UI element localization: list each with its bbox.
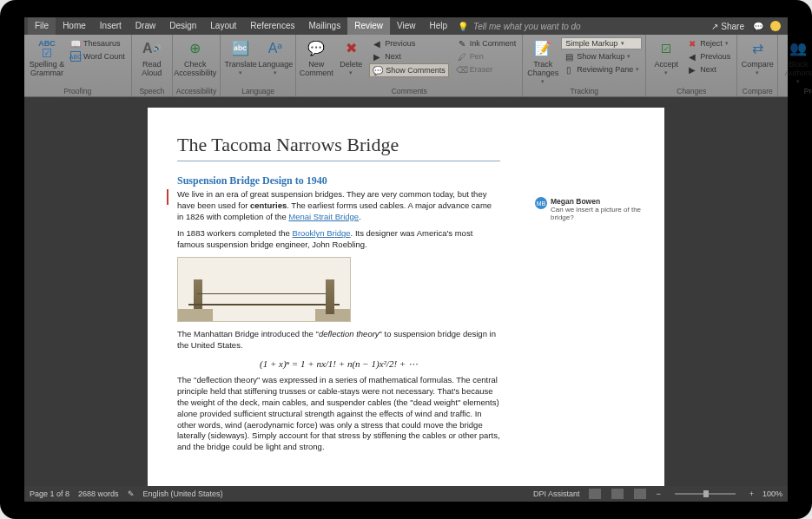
- comment-text: Can we insert a picture of the bridge?: [551, 206, 659, 221]
- zoom-slider[interactable]: [675, 493, 736, 495]
- prev-change-icon: ◀: [687, 51, 697, 62]
- tab-references[interactable]: References: [243, 17, 301, 35]
- markup-dropdown[interactable]: Simple Markup▾: [561, 37, 642, 49]
- bridge-figure: [177, 257, 351, 322]
- compare-icon: ⇄: [747, 38, 768, 59]
- track-changes-button[interactable]: 📝 Track Changes▾: [526, 36, 559, 86]
- show-comments-icon: 💬: [373, 65, 383, 76]
- ink-comment-button[interactable]: ✎Ink Comment: [454, 37, 519, 49]
- reject-icon: ✖: [687, 38, 697, 49]
- view-web-layout[interactable]: [634, 489, 646, 499]
- read-aloud-icon: A🔊: [142, 38, 162, 59]
- block-authors-button[interactable]: 👥 Block Authors▾: [782, 36, 812, 86]
- previous-comment-button[interactable]: ◀Previous: [369, 37, 449, 49]
- share-button[interactable]: ↗Share: [706, 22, 749, 31]
- group-speech: A🔊 Read Aloud Speech: [132, 35, 173, 96]
- show-comments-button[interactable]: 💬Show Comments: [369, 63, 449, 77]
- group-comments: 💬 New Comment ✖ Delete▾ ◀Previous ▶Next …: [296, 35, 523, 96]
- document-page[interactable]: The Tacoma Narrows Bridge Suspension Bri…: [148, 108, 530, 486]
- tab-home[interactable]: Home: [56, 17, 93, 35]
- share-icon: ↗: [711, 22, 718, 31]
- menu-bar: File Home Insert Draw Design Layout Refe…: [24, 17, 788, 35]
- group-label-speech: Speech: [135, 86, 168, 96]
- thesaurus-icon: 📖: [70, 38, 81, 49]
- tablet-frame: File Home Insert Draw Design Layout Refe…: [0, 0, 812, 519]
- app-window: File Home Insert Draw Design Layout Refe…: [24, 17, 788, 502]
- smiley-icon[interactable]: [770, 21, 781, 31]
- tab-view[interactable]: View: [390, 17, 423, 35]
- eraser-button[interactable]: ⌫Eraser: [454, 63, 519, 76]
- heading-2: Suspension Bridge Design to 1940: [177, 174, 500, 187]
- feedback-icon[interactable]: 💬: [753, 22, 763, 31]
- group-label-language: Language: [224, 86, 292, 96]
- status-language[interactable]: English (United States): [143, 489, 223, 498]
- compare-button[interactable]: ⇄ Compare▾: [741, 36, 774, 78]
- delete-comment-icon: ✖: [340, 38, 361, 59]
- block-authors-icon: 👥: [788, 38, 809, 59]
- accept-icon: ✓: [656, 38, 677, 59]
- view-print-layout[interactable]: [611, 489, 624, 499]
- group-accessibility: ⊕ Check Accessibility Accessibility: [173, 35, 221, 96]
- tell-me-search[interactable]: Tell me what you want to do: [473, 22, 581, 31]
- document-title: The Tacoma Narrows Bridge: [177, 132, 500, 161]
- new-comment-button[interactable]: 💬 New Comment: [300, 36, 333, 80]
- status-dpi[interactable]: DPI Assistant: [533, 489, 580, 498]
- status-page[interactable]: Page 1 of 8: [30, 489, 69, 498]
- show-markup-icon: ▤: [564, 51, 574, 62]
- new-comment-icon: 💬: [306, 38, 327, 59]
- link-menai[interactable]: Menai Strait Bridge: [288, 212, 359, 221]
- spelling-icon: ABC✓: [36, 38, 57, 59]
- show-markup-button[interactable]: ▤Show Markup ▾: [561, 50, 642, 62]
- zoom-in-button[interactable]: +: [749, 489, 754, 498]
- group-label-comments: Comments: [300, 86, 518, 96]
- lightbulb-icon: 💡: [458, 22, 468, 31]
- equation: (1 + x)ⁿ = 1 + nx/1! + n(n − 1)x²/2! + ⋯: [177, 358, 500, 371]
- avatar: MB: [535, 197, 547, 209]
- track-changes-icon: 📝: [532, 38, 553, 59]
- paragraph-3: The Manhattan Bridge introduced the "def…: [177, 329, 500, 351]
- spelling-grammar-button[interactable]: ABC✓ Spelling & Grammar: [28, 36, 66, 80]
- thesaurus-button[interactable]: 📖Thesaurus: [68, 37, 128, 49]
- group-label-protect: Protect: [782, 86, 812, 96]
- link-brooklyn[interactable]: Brooklyn Bridge: [293, 228, 351, 238]
- language-button[interactable]: Aᵃ Language▾: [259, 36, 292, 78]
- group-proofing: ABC✓ Spelling & Grammar 📖Thesaurus ABCWo…: [24, 35, 132, 96]
- ink-icon: ✎: [457, 38, 467, 49]
- group-language: 🔤 Translate▾ Aᵃ Language▾ Language: [221, 35, 296, 96]
- group-label-compare: Compare: [741, 86, 774, 96]
- tab-layout[interactable]: Layout: [203, 17, 243, 35]
- delete-comment-button[interactable]: ✖ Delete▾: [334, 36, 367, 78]
- previous-change-button[interactable]: ◀Previous: [684, 50, 733, 62]
- status-proofing-icon[interactable]: ✎: [128, 489, 135, 498]
- group-tracking: 📝 Track Changes▾ Simple Markup▾ ▤Show Ma…: [523, 35, 646, 96]
- next-change-icon: ▶: [687, 64, 697, 75]
- read-aloud-button[interactable]: A🔊 Read Aloud: [135, 36, 168, 80]
- group-protect: 👥 Block Authors▾ 🔒 Restrict Editing Prot…: [778, 35, 812, 96]
- revision-mark: [167, 189, 168, 205]
- accept-button[interactable]: ✓ Accept▾: [650, 36, 683, 78]
- status-words[interactable]: 2688 words: [78, 489, 119, 498]
- translate-button[interactable]: 🔤 Translate▾: [224, 36, 257, 78]
- tab-review[interactable]: Review: [347, 17, 390, 35]
- word-count-button[interactable]: ABCWord Count: [68, 50, 128, 62]
- tab-help[interactable]: Help: [422, 17, 454, 35]
- check-accessibility-button[interactable]: ⊕ Check Accessibility: [176, 36, 215, 80]
- tab-insert[interactable]: Insert: [93, 17, 129, 35]
- group-label-proofing: Proofing: [28, 86, 128, 96]
- view-read-mode[interactable]: [589, 489, 601, 499]
- zoom-level[interactable]: 100%: [762, 489, 782, 498]
- tab-draw[interactable]: Draw: [129, 17, 162, 35]
- zoom-out-button[interactable]: −: [656, 489, 660, 498]
- group-changes: ✓ Accept▾ ✖Reject ▾ ◀Previous ▶Next Chan…: [646, 35, 737, 96]
- tab-mailings[interactable]: Mailings: [301, 17, 347, 35]
- comment-item[interactable]: MB Megan Bowen Can we insert a picture o…: [530, 194, 664, 224]
- next-comment-button[interactable]: ▶Next: [369, 50, 449, 62]
- reviewing-pane-button[interactable]: ▯Reviewing Pane ▾: [561, 63, 642, 76]
- tab-design[interactable]: Design: [162, 17, 203, 35]
- tab-file[interactable]: File: [28, 17, 56, 35]
- group-label-tracking: Tracking: [526, 86, 642, 96]
- comment-author: Megan Bowen: [551, 197, 659, 206]
- pen-button[interactable]: 🖊Pen: [454, 50, 519, 62]
- next-change-button[interactable]: ▶Next: [684, 63, 733, 76]
- reject-button[interactable]: ✖Reject ▾: [684, 37, 733, 49]
